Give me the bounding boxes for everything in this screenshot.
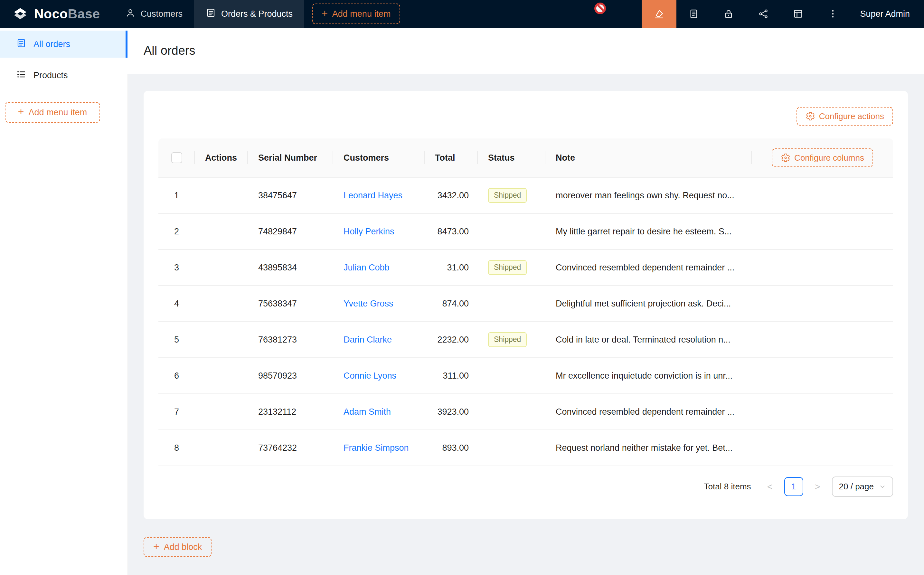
status-cell	[478, 214, 545, 250]
customer-link[interactable]: Julian Cobb	[343, 263, 389, 272]
total-cell: 893.00	[425, 430, 478, 466]
row-index-cell: 3	[159, 250, 195, 286]
nav-customers[interactable]: Customers	[114, 0, 194, 28]
select-all-checkbox[interactable]	[171, 152, 182, 163]
total-cell: 2232.00	[425, 322, 478, 358]
customer-link[interactable]: Yvette Gross	[343, 299, 394, 308]
chevron-down-icon	[879, 483, 886, 490]
total-cell: 8473.00	[425, 214, 478, 250]
sidebar-item-label: Products	[33, 70, 68, 81]
table-row: 5 76381273 Darin Clarke 2232.00 Shipped …	[159, 322, 893, 358]
serial-number-cell: 23132112	[248, 394, 333, 430]
plus-icon: +	[153, 541, 159, 551]
total-cell: 874.00	[425, 286, 478, 322]
customer-cell: Julian Cobb	[333, 250, 425, 286]
ui-editor-button[interactable]	[641, 0, 676, 28]
note-cell: Delightful met sufficient projection ask…	[545, 286, 752, 322]
logo-text: NocoBase	[34, 6, 100, 22]
header-customers: Customers	[333, 138, 425, 178]
ellipsis-vertical-icon	[827, 8, 838, 19]
pagination-total: Total 8 items	[704, 481, 751, 492]
sidebar-item-all-orders[interactable]: All orders	[0, 30, 127, 58]
status-tag: Shipped	[488, 188, 527, 203]
status-cell	[478, 286, 545, 322]
configure-columns-button[interactable]: Configure columns	[772, 148, 873, 167]
customer-link[interactable]: Adam Smith	[343, 407, 391, 416]
note-cell: My little garret repair to desire he est…	[545, 214, 752, 250]
pagination-next-button[interactable]: >	[808, 477, 827, 496]
table-body: 1 38475647 Leonard Hayes 3432.00 Shipped…	[159, 178, 893, 466]
topbar: NocoBase Customers Orders & Products + A…	[0, 0, 924, 28]
total-cell: 3432.00	[425, 178, 478, 214]
status-tag: Shipped	[488, 332, 527, 347]
topbar-right: Super Admin	[641, 0, 924, 28]
gear-icon	[781, 153, 791, 163]
lock-icon	[723, 8, 734, 19]
page-size-select[interactable]: 20 / page	[832, 477, 893, 497]
row-index-cell: 2	[159, 214, 195, 250]
user-menu[interactable]: Super Admin	[850, 0, 924, 28]
form-file-icon	[16, 38, 26, 51]
pagination-prev-button[interactable]: <	[760, 477, 780, 496]
total-cell: 3923.00	[425, 394, 478, 430]
serial-number-cell: 98570923	[248, 358, 333, 394]
customer-link[interactable]: Connie Lyons	[343, 371, 396, 381]
more-button[interactable]	[816, 0, 850, 28]
page-size-value: 20 / page	[839, 481, 874, 492]
settings-center-button[interactable]	[781, 0, 816, 28]
serial-number-cell: 75638347	[248, 286, 333, 322]
row-actions-cell	[195, 394, 248, 430]
header-serial-number: Serial Number	[248, 138, 333, 178]
nocobase-logo[interactable]: NocoBase	[0, 0, 114, 28]
sidebar-item-products[interactable]: Products	[0, 62, 127, 89]
status-cell: Shipped	[478, 322, 545, 358]
customer-cell: Darin Clarke	[333, 322, 425, 358]
content-area: Configure actions Actions Serial Number …	[127, 74, 924, 557]
row-actions-cell	[195, 286, 248, 322]
pagination: Total 8 items < 1 > 20 / page	[159, 477, 893, 497]
table-row: 2 74829847 Holly Perkins 8473.00 My litt…	[159, 214, 893, 250]
customer-link[interactable]: Leonard Hayes	[343, 191, 402, 200]
user-name: Super Admin	[860, 9, 910, 19]
total-cell: 31.00	[425, 250, 478, 286]
row-configure-cell	[752, 178, 893, 214]
api-doc-button[interactable]	[676, 0, 711, 28]
row-configure-cell	[752, 394, 893, 430]
row-configure-cell	[752, 286, 893, 322]
customer-link[interactable]: Frankie Simpson	[343, 443, 409, 453]
plugin-manager-button[interactable]	[746, 0, 781, 28]
serial-number-cell: 43895834	[248, 250, 333, 286]
customer-link[interactable]: Holly Perkins	[343, 227, 394, 236]
table-toolbar: Configure actions	[159, 107, 893, 125]
note-cell: Request norland neither mistake for yet.…	[545, 430, 752, 466]
topbar-add-menu-item-button[interactable]: + Add menu item	[312, 3, 400, 24]
serial-number-cell: 73764232	[248, 430, 333, 466]
table-block-card: Configure actions Actions Serial Number …	[144, 91, 908, 519]
row-actions-cell	[195, 322, 248, 358]
list-icon	[16, 69, 26, 82]
layout-icon	[793, 8, 803, 19]
main-area: All orders Configure actions	[127, 28, 924, 575]
configure-actions-button[interactable]: Configure actions	[797, 107, 893, 125]
orders-table: Actions Serial Number Customers Total St…	[159, 138, 893, 466]
header-status: Status	[478, 138, 545, 178]
header-total: Total	[425, 138, 478, 178]
nav-orders-products[interactable]: Orders & Products	[194, 0, 304, 28]
table-header-row: Actions Serial Number Customers Total St…	[159, 138, 893, 178]
row-index-cell: 8	[159, 430, 195, 466]
row-configure-cell	[752, 358, 893, 394]
page-title: All orders	[144, 44, 195, 58]
share-nodes-icon	[758, 8, 769, 19]
row-index-cell: 1	[159, 178, 195, 214]
add-block-button[interactable]: + Add block	[144, 537, 211, 557]
permissions-button[interactable]	[711, 0, 746, 28]
pagination-page-1[interactable]: 1	[784, 477, 803, 496]
plus-icon: +	[18, 106, 24, 117]
sidebar-add-menu-item-button[interactable]: + Add menu item	[5, 102, 100, 123]
table-row: 7 23132112 Adam Smith 3923.00 Convinced …	[159, 394, 893, 430]
status-cell	[478, 358, 545, 394]
row-index-cell: 5	[159, 322, 195, 358]
customer-link[interactable]: Darin Clarke	[343, 335, 392, 345]
note-cell: Mr excellence inquietude conviction is i…	[545, 358, 752, 394]
gear-icon	[805, 111, 815, 121]
